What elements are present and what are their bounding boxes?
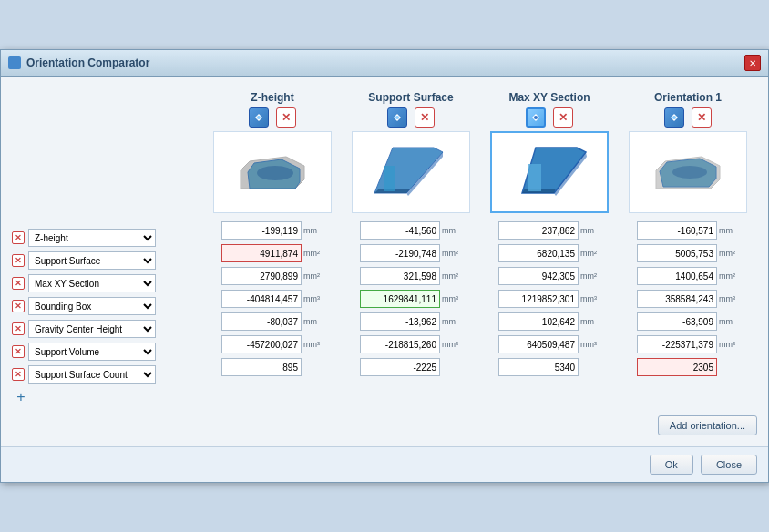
metric-select-2[interactable]: Max XY Section [28,274,156,292]
metric-label-0[interactable]: Z-height [28,229,156,247]
metric-select-3[interactable]: Bounding Box [28,297,156,315]
val-input-0-0[interactable] [221,221,302,240]
val-input-0-5[interactable] [221,335,302,353]
add-metric-button[interactable]: + [12,388,30,406]
val-cell-1-4: mm [360,312,462,331]
orient-select-btn-2[interactable] [526,107,546,128]
metric-remove-btn-0[interactable]: ✕ [12,231,25,244]
val-input-2-5[interactable] [498,335,579,353]
orient-remove-btn-0[interactable]: ✕ [276,107,296,128]
metric-remove-btn-1[interactable]: ✕ [12,254,25,267]
bottom-bar: Ok Close [1,446,768,482]
val-row-2-1: mm² [498,243,600,263]
val-row-0-3: mm³ [221,289,323,309]
val-input-0-4[interactable] [221,312,302,331]
metric-select-5[interactable]: Support Volume [28,343,156,361]
val-input-1-1[interactable] [360,244,440,262]
metric-remove-btn-4[interactable]: ✕ [12,322,25,335]
val-input-2-3[interactable] [498,290,579,308]
metric-label-2[interactable]: Max XY Section [28,274,156,292]
ok-button[interactable]: Ok [650,455,693,475]
val-input-3-1[interactable] [637,244,717,262]
val-input-2-0[interactable] [498,221,579,240]
col-header-3: Orientation 1 [619,87,757,107]
val-cell-2-2: mm² [498,267,600,285]
metric-label-3[interactable]: Bounding Box [28,297,156,315]
orient-svg-2 [499,138,600,207]
metric-remove-btn-6[interactable]: ✕ [12,368,25,381]
unit-0-3: mm³ [303,294,323,303]
unit-2-0: mm [580,226,600,235]
val-input-3-2[interactable] [637,267,717,285]
val-row-2-3: mm³ [498,289,600,309]
val-input-2-2[interactable] [498,267,579,285]
unit-3-1: mm² [719,249,739,258]
val-input-2-4[interactable] [498,312,579,331]
unit-1-0: mm [442,226,462,235]
left-column: ✕ Z-height ✕ Support Surfac [12,107,203,406]
orient-remove-btn-1[interactable]: ✕ [415,107,435,128]
val-input-1-0[interactable] [360,221,440,240]
val-input-3-6[interactable] [637,358,717,376]
val-cell-0-2: mm² [221,267,323,285]
orient-select-btn-0[interactable] [249,107,269,128]
val-row-3-4: mm [637,312,739,332]
val-input-1-4[interactable] [360,312,440,331]
metric-label-6[interactable]: Support Surface Count [28,365,156,384]
val-input-1-6[interactable] [360,358,440,376]
val-cell-3-2: mm² [637,267,739,285]
val-input-3-5[interactable] [637,335,717,353]
svg-point-0 [257,116,261,119]
metric-row-0: ✕ Z-height [12,228,203,248]
val-input-3-3[interactable] [637,290,717,308]
val-cell-2-1: mm² [498,244,600,262]
val-input-3-4[interactable] [637,312,717,331]
metric-labels: ✕ Z-height ✕ Support Surfac [12,228,203,384]
val-input-0-3[interactable] [221,290,302,308]
val-row-0-0: mm [221,220,323,240]
val-cell-3-4: mm [637,312,739,331]
orient-select-btn-1[interactable] [387,107,407,128]
val-row-3-2: mm² [637,266,739,286]
val-row-3-0: mm [637,220,739,240]
metric-remove-btn-3[interactable]: ✕ [12,300,25,312]
orient-svg-0 [222,138,323,207]
val-input-0-1[interactable] [221,244,302,262]
orient-remove-btn-2[interactable]: ✕ [553,107,573,128]
val-input-0-2[interactable] [221,267,302,285]
metric-label-5[interactable]: Support Volume [28,343,156,361]
val-input-2-6[interactable] [498,358,579,376]
metric-remove-btn-2[interactable]: ✕ [12,277,25,290]
val-input-0-6[interactable] [221,358,302,376]
val-input-1-3[interactable] [360,290,440,308]
val-cell-2-6 [498,358,600,376]
unit-3-2: mm² [719,271,739,281]
metric-label-1[interactable]: Support Surface [28,251,156,270]
metric-row-2: ✕ Max XY Section [12,273,203,293]
val-row-3-1: mm² [637,243,739,263]
val-cell-1-5: mm³ [360,335,462,353]
metric-select-6[interactable]: Support Surface Count [28,365,156,384]
window-title: Orientation Comparator [26,56,149,69]
val-input-1-2[interactable] [360,267,440,285]
col-header-0: Z-height [203,87,342,107]
orient-remove-btn-3[interactable]: ✕ [692,107,712,128]
val-input-2-1[interactable] [498,244,579,262]
val-row-1-5: mm³ [360,334,462,354]
close-button[interactable]: Close [701,455,757,475]
metric-select-0[interactable]: Z-height [28,229,156,247]
orient-select-btn-3[interactable] [664,107,684,128]
metric-remove-btn-5[interactable]: ✕ [12,345,25,358]
orient-col-3: ✕ [619,107,757,406]
svg-point-2 [257,166,293,180]
svg-point-11 [672,166,707,179]
window-close-button[interactable]: ✕ [744,55,761,71]
orient-image-0 [213,131,332,213]
add-orientation-button[interactable]: Add orientation... [658,415,757,435]
val-input-1-5[interactable] [360,335,440,353]
val-input-3-0[interactable] [637,221,717,240]
metric-label-4[interactable]: Gravity Center Height [28,320,156,338]
metric-select-4[interactable]: Gravity Center Height [28,320,156,338]
metric-select-1[interactable]: Support Surface [28,251,156,270]
unit-3-3: mm³ [719,294,739,303]
